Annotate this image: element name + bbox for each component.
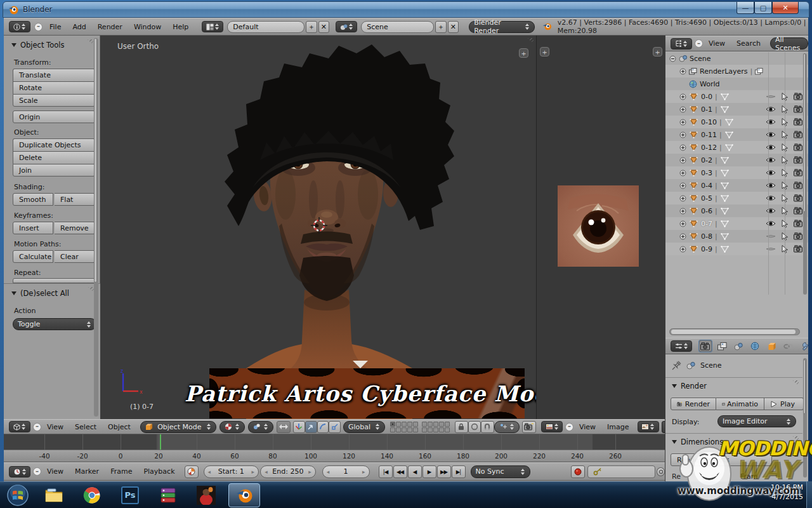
playback-button[interactable]: ▶|: [452, 465, 466, 478]
keying-set-field[interactable]: [587, 465, 655, 478]
snap-toggle-button[interactable]: [481, 421, 494, 433]
taskbar-blender-button[interactable]: [228, 483, 260, 507]
render-engine-select[interactable]: Blender Render: [469, 21, 535, 33]
scale-manipulator-button[interactable]: [329, 421, 341, 433]
expand-region-button[interactable]: ＋: [653, 47, 662, 57]
manipulator-toggle-button[interactable]: [277, 421, 291, 433]
autokey-clock-button[interactable]: [185, 465, 199, 478]
taskbar-chrome-button[interactable]: [76, 483, 108, 507]
menu-item[interactable]: Window: [128, 23, 167, 31]
visibility-eye-closed-icon[interactable]: [766, 93, 776, 100]
smooth-button[interactable]: Smooth: [13, 193, 53, 206]
expand-icon[interactable]: [679, 119, 686, 126]
uv-image-editor[interactable]: ＋ ＋: [536, 36, 665, 419]
editor-type-image-button[interactable]: [541, 421, 563, 432]
join-button[interactable]: Join: [13, 164, 95, 177]
taskbar-photoshop-button[interactable]: Ps: [114, 483, 146, 507]
renderability-camera-icon[interactable]: [794, 207, 803, 215]
current-frame-indicator[interactable]: [160, 434, 161, 450]
viewport-shading-select[interactable]: [219, 421, 245, 433]
taskbar-explorer-button[interactable]: [38, 483, 70, 507]
renderability-camera-icon[interactable]: [794, 131, 803, 138]
maximize-button[interactable]: ▢: [754, 2, 772, 14]
renderability-camera-icon[interactable]: [794, 220, 803, 227]
outliner-object-row[interactable]: 0-3 |: [665, 166, 808, 179]
editor-type-view3d-button[interactable]: [9, 421, 30, 432]
arc-manipulator-button[interactable]: [317, 421, 329, 433]
transform-orientation-select[interactable]: Global: [343, 421, 385, 433]
menu-item[interactable]: Add: [67, 23, 91, 31]
expand-icon[interactable]: [679, 182, 686, 189]
object-name[interactable]: 0-11: [701, 131, 717, 139]
expand-icon[interactable]: [679, 208, 686, 215]
outliner-h-scrollbar[interactable]: [669, 328, 800, 335]
renderability-camera-icon[interactable]: [794, 118, 803, 126]
menu-item[interactable]: Object: [102, 423, 136, 431]
screen-layout-button[interactable]: [202, 21, 223, 32]
collapse-menus-icon[interactable]: –: [34, 23, 43, 31]
outliner-renderlayers-row[interactable]: RenderLayers |: [665, 65, 808, 77]
properties-v-scrollbar[interactable]: [803, 358, 807, 478]
expand-icon[interactable]: [679, 131, 686, 138]
menu-item[interactable]: Search: [731, 39, 766, 48]
duplicate-objects-button[interactable]: Duplicate Objects: [13, 138, 95, 151]
expand-icon[interactable]: [679, 170, 686, 177]
object-name[interactable]: 0-4: [701, 182, 712, 190]
visibility-eye-icon[interactable]: [766, 208, 776, 214]
outliner-object-row[interactable]: 0-5 |: [665, 192, 808, 204]
expand-icon[interactable]: [679, 68, 686, 75]
visibility-eye-icon[interactable]: [766, 220, 776, 227]
delete-layout-button[interactable]: ✕: [318, 21, 330, 33]
close-button[interactable]: ✕: [772, 2, 799, 14]
tab-object[interactable]: [764, 340, 778, 352]
timeline-ruler[interactable]: -40-200204060801001201401601802002202402…: [4, 450, 665, 462]
menu-item[interactable]: View: [573, 423, 601, 431]
flat-button[interactable]: Flat: [55, 193, 95, 206]
object-name[interactable]: 0-0: [701, 93, 712, 101]
outliner-world-row[interactable]: World: [665, 77, 808, 90]
visibility-eye-icon[interactable]: [766, 131, 776, 138]
object-name[interactable]: 0-9: [701, 245, 712, 253]
object-name[interactable]: 0-6: [701, 207, 712, 215]
timeline-canvas[interactable]: [4, 434, 665, 450]
render-animation-button[interactable]: Animatio: [716, 398, 764, 410]
menu-item[interactable]: Image: [601, 423, 634, 431]
start-frame-field[interactable]: Start: 1: [204, 465, 259, 478]
collapse-icon[interactable]: [669, 55, 676, 62]
editor-type-properties-button[interactable]: [671, 340, 692, 352]
object-name[interactable]: 0-8: [701, 232, 712, 241]
collapse-menus-icon[interactable]: –: [565, 423, 573, 431]
renderability-camera-icon[interactable]: [794, 194, 803, 202]
outliner-object-row[interactable]: 0-7 |: [665, 217, 808, 230]
tab-constraints[interactable]: [781, 340, 795, 352]
visibility-eye-icon[interactable]: [766, 170, 776, 176]
collapse-menus-icon[interactable]: –: [695, 39, 703, 48]
expand-icon[interactable]: [679, 106, 686, 113]
collapse-menus-icon[interactable]: –: [33, 467, 41, 476]
outliner-object-row[interactable]: 0-0 |: [665, 90, 808, 103]
expand-icon[interactable]: [679, 144, 686, 151]
renderability-camera-icon[interactable]: [794, 245, 803, 253]
keying-options-button[interactable]: [657, 467, 665, 476]
rotate-manipulator-button[interactable]: [305, 421, 317, 433]
editor-type-info-button[interactable]: [9, 21, 30, 32]
visibility-eye-icon[interactable]: [766, 119, 776, 125]
object-name[interactable]: 0-2: [701, 156, 712, 164]
repeat-last-button[interactable]: [13, 278, 95, 283]
outliner-object-row[interactable]: 0-9 |: [665, 243, 808, 255]
window-titlebar[interactable]: Blender — ▢ ✕: [3, 1, 809, 18]
outliner-object-row[interactable]: 0-4 |: [665, 179, 808, 192]
renderability-camera-icon[interactable]: [794, 169, 803, 177]
origin-button[interactable]: Origin: [13, 110, 95, 123]
record-button[interactable]: [571, 465, 585, 478]
current-frame-field[interactable]: 1: [322, 465, 370, 478]
menu-item[interactable]: Playback: [138, 467, 180, 476]
sync-mode-select[interactable]: No Sync: [471, 465, 530, 478]
lock-to-scene-button[interactable]: [455, 421, 468, 433]
scale-button[interactable]: Scale: [13, 94, 95, 107]
show-desktop-button[interactable]: [806, 481, 812, 508]
viewport-3d[interactable]: User Ortho ＋ z x (1) 0-7 Patrick Artos C…: [100, 36, 536, 419]
menu-item[interactable]: File: [44, 23, 67, 31]
visibility-eye-closed-icon[interactable]: [766, 233, 776, 239]
renderability-camera-icon[interactable]: [794, 182, 803, 189]
